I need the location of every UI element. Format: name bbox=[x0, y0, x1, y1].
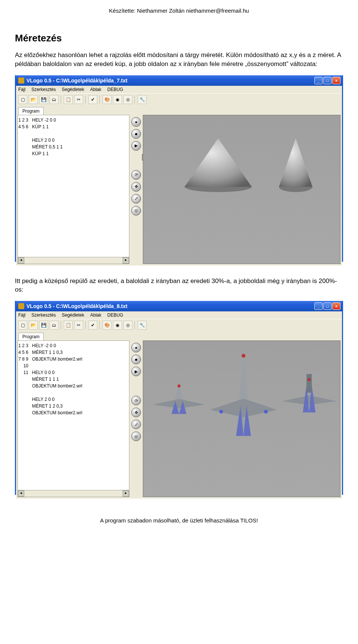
tab-row: Program bbox=[16, 106, 342, 115]
menu-item[interactable]: Szerkesztés bbox=[31, 87, 56, 92]
save-icon[interactable]: 💾 bbox=[39, 95, 48, 104]
center-icon[interactable]: ◎ bbox=[131, 206, 141, 216]
menu-item[interactable]: Fájl bbox=[18, 312, 25, 318]
between-paragraph: Itt pedig a középső repülő az eredeti, a… bbox=[15, 277, 343, 295]
move-icon[interactable]: ✥ bbox=[131, 182, 141, 192]
scroll-left-icon[interactable]: ◄ bbox=[18, 257, 24, 264]
menu-item[interactable]: Szerkesztés bbox=[31, 312, 56, 318]
scroll-left-icon[interactable]: ◄ bbox=[18, 490, 24, 497]
menu-item[interactable]: Ablak bbox=[90, 312, 101, 318]
stop-icon[interactable]: ■ bbox=[131, 129, 141, 139]
maximize-button[interactable]: □ bbox=[323, 302, 332, 310]
code-editor[interactable]: 1 2 3 4 5 6 7 8 9 10 11 HELY -2 0 0 MÉRE… bbox=[18, 340, 129, 497]
saveall-icon[interactable]: 🗂 bbox=[50, 95, 59, 104]
maximize-button[interactable]: □ bbox=[323, 77, 332, 84]
save-icon[interactable]: 💾 bbox=[39, 321, 48, 330]
cone-scaled bbox=[277, 136, 314, 192]
menubar: FájlSzerkesztésSegédletekAblakDEBUG bbox=[16, 86, 342, 93]
view-controls: ●■▶⟳✥⤢◎ bbox=[129, 340, 143, 497]
line-gutter: 1 2 3 4 5 6 bbox=[18, 115, 31, 257]
intro-paragraph: Az előzőekhez hasonlóan lehet a rajzolás… bbox=[15, 51, 343, 69]
rec-icon[interactable]: ● bbox=[131, 117, 141, 127]
menu-item[interactable]: DEBUG bbox=[107, 87, 123, 92]
tools-icon[interactable]: 🔧 bbox=[138, 321, 147, 330]
window-title: VLogo 0.5 - C:\WLogo\példák\példa_8.txt bbox=[26, 303, 314, 309]
open-icon[interactable]: 📂 bbox=[29, 95, 38, 104]
toolbar: ▢📂💾🗂📋✂✔🎨◉◎🔧 bbox=[16, 319, 342, 331]
app-window-2: VLogo 0.5 - C:\WLogo\példák\példa_8.txt … bbox=[15, 301, 343, 495]
run-icon[interactable]: ✔ bbox=[88, 321, 97, 330]
close-button[interactable]: × bbox=[332, 77, 340, 84]
plane-left bbox=[151, 378, 207, 420]
svg-marker-15 bbox=[282, 395, 336, 405]
toolbar-separator bbox=[100, 95, 100, 104]
cut-icon[interactable]: ✂ bbox=[74, 321, 83, 330]
copy-icon[interactable]: 📋 bbox=[64, 95, 73, 104]
rotate-icon[interactable]: ⟳ bbox=[131, 170, 141, 180]
color-icon[interactable]: ◉ bbox=[113, 95, 122, 104]
copy-icon[interactable]: 📋 bbox=[64, 321, 73, 330]
zoom-icon[interactable]: ⤢ bbox=[131, 420, 141, 429]
menu-item[interactable]: DEBUG bbox=[107, 312, 123, 318]
toolbar: ▢📂💾🗂📋✂✔🎨◉◎🔧 bbox=[16, 93, 342, 106]
palette-icon[interactable]: 🎨 bbox=[103, 321, 112, 330]
menu-item[interactable]: Fájl bbox=[18, 87, 25, 92]
toolbar-separator bbox=[135, 95, 135, 104]
tab-program[interactable]: Program bbox=[18, 333, 44, 340]
code-lines[interactable]: HELY -2 0 0 KÚP 1 1 HELY 2 0 0 MÉRET 0,5… bbox=[31, 115, 129, 257]
toolbar-separator bbox=[135, 321, 135, 329]
svg-point-11 bbox=[219, 410, 223, 414]
viewport-3d[interactable] bbox=[143, 115, 340, 264]
menu-item[interactable]: Segédletek bbox=[62, 87, 84, 92]
view-controls: Fly ●■▶⟳✥⤢◎ bbox=[129, 115, 143, 264]
viewport-3d[interactable] bbox=[143, 340, 340, 497]
stop-icon[interactable]: ■ bbox=[131, 355, 141, 364]
scroll-right-icon[interactable]: ► bbox=[123, 257, 129, 264]
material-icon[interactable]: ◎ bbox=[123, 321, 132, 330]
rec-icon[interactable]: ● bbox=[131, 343, 141, 352]
plane-right bbox=[281, 372, 337, 417]
svg-point-12 bbox=[264, 410, 268, 414]
code-editor[interactable]: 1 2 3 4 5 6 HELY -2 0 0 KÚP 1 1 HELY 2 0… bbox=[18, 115, 129, 264]
svg-point-13 bbox=[242, 354, 245, 358]
material-icon[interactable]: ◎ bbox=[123, 95, 132, 104]
menubar: FájlSzerkesztésSegédletekAblakDEBUG bbox=[16, 311, 342, 319]
toolbar-separator bbox=[61, 321, 62, 329]
svg-rect-18 bbox=[307, 374, 312, 393]
cut-icon[interactable]: ✂ bbox=[74, 95, 83, 104]
saveall-icon[interactable]: 🗂 bbox=[50, 321, 59, 330]
close-button[interactable]: × bbox=[332, 302, 340, 310]
scroll-right-icon[interactable]: ► bbox=[123, 490, 129, 497]
new-icon[interactable]: ▢ bbox=[18, 321, 27, 330]
play-icon[interactable]: ▶ bbox=[131, 141, 141, 151]
rotate-icon[interactable]: ⟳ bbox=[131, 396, 141, 405]
center-icon[interactable]: ◎ bbox=[131, 431, 141, 441]
window-title: VLogo 0.5 - C:\WLogo\példák\példa_7.txt bbox=[26, 78, 314, 84]
open-icon[interactable]: 📂 bbox=[29, 321, 38, 330]
minimize-button[interactable]: _ bbox=[314, 302, 323, 310]
tab-program[interactable]: Program bbox=[18, 107, 44, 115]
tools-icon[interactable]: 🔧 bbox=[138, 95, 147, 104]
color-icon[interactable]: ◉ bbox=[113, 321, 122, 330]
app-icon bbox=[18, 78, 24, 84]
code-lines[interactable]: HELY -2 0 0 MÉRET 1 1 0,3 OBJEKTUM bombe… bbox=[31, 341, 129, 490]
new-icon[interactable]: ▢ bbox=[18, 95, 27, 104]
titlebar: VLogo 0.5 - C:\WLogo\példák\példa_7.txt … bbox=[16, 75, 342, 86]
svg-point-19 bbox=[308, 378, 311, 381]
app-window-1: VLogo 0.5 - C:\WLogo\példák\példa_7.txt … bbox=[15, 75, 343, 262]
play-icon[interactable]: ▶ bbox=[131, 367, 141, 376]
run-icon[interactable]: ✔ bbox=[88, 95, 97, 104]
toolbar-separator bbox=[61, 95, 62, 104]
svg-point-6 bbox=[178, 384, 180, 387]
menu-item[interactable]: Segédletek bbox=[62, 312, 84, 318]
toolbar-separator bbox=[85, 321, 86, 329]
page-header: Készítette: Niethammer Zoltán niethammer… bbox=[15, 7, 343, 14]
tab-row: Program bbox=[16, 331, 342, 340]
move-icon[interactable]: ✥ bbox=[131, 408, 141, 417]
section-heading: Méretezés bbox=[15, 32, 343, 44]
minimize-button[interactable]: _ bbox=[314, 77, 323, 84]
app-icon bbox=[18, 303, 24, 309]
zoom-icon[interactable]: ⤢ bbox=[131, 194, 141, 204]
menu-item[interactable]: Ablak bbox=[90, 87, 101, 92]
palette-icon[interactable]: 🎨 bbox=[103, 95, 112, 104]
